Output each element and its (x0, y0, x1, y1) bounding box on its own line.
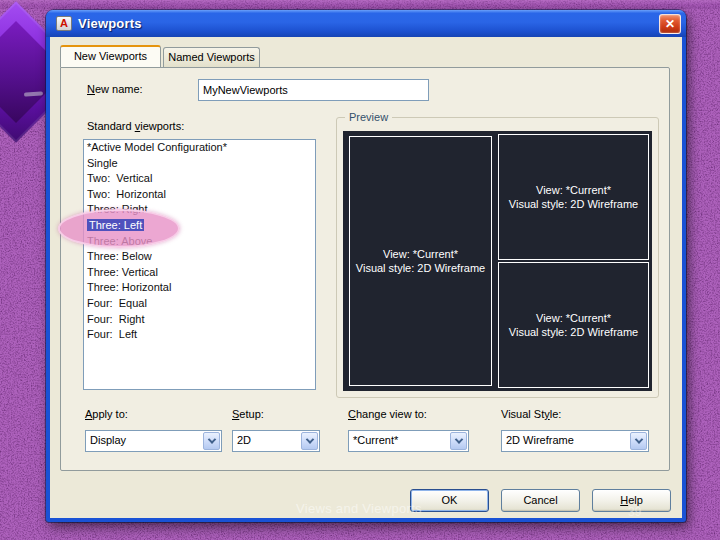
preview-pane-view: View: *Current* (536, 311, 611, 325)
new-name-label: New name: (87, 83, 143, 95)
standard-viewports-label: Standard viewports: (87, 120, 184, 132)
preview-pane-style: Visual style: 2D Wireframe (509, 197, 638, 211)
autocad-icon: A (56, 16, 72, 31)
preview-pane-view: View: *Current* (536, 183, 611, 197)
preview-canvas: View: *Current* Visual style: 2D Wirefra… (343, 131, 652, 391)
change-view-value: *Current* (353, 434, 398, 446)
slide-top-band (0, 0, 720, 9)
list-item[interactable]: Three: Horizontal (84, 280, 315, 296)
preview-pane-view: View: *Current* (383, 247, 458, 261)
list-item[interactable]: Three: Above (84, 234, 315, 250)
tab-named-viewports[interactable]: Named Viewports (163, 47, 260, 67)
slide-background: A Viewports ✕ New name: Standard viewpor… (0, 0, 720, 540)
new-name-input[interactable] (198, 79, 429, 101)
preview-group: Preview View: *Current* Visual style: 2D… (336, 117, 659, 398)
change-view-select[interactable]: *Current* (348, 430, 469, 452)
setup-label: Setup: (232, 408, 264, 420)
list-item[interactable]: *Active Model Configuration* (84, 140, 315, 156)
apply-to-dropdown-button[interactable] (203, 432, 220, 450)
standard-viewports-list[interactable]: *Active Model Configuration*SingleTwo: V… (83, 139, 316, 390)
list-item[interactable]: Three: Below (84, 249, 315, 265)
list-item[interactable]: Three: Left (84, 218, 315, 234)
setup-select[interactable]: 2D (232, 430, 320, 452)
visual-style-dropdown-button[interactable] (630, 432, 647, 450)
change-view-label: Change view to: (348, 408, 427, 420)
apply-to-label: Apply to: (85, 408, 128, 420)
list-item[interactable]: Single (84, 156, 315, 172)
list-item[interactable]: Three: Vertical (84, 265, 315, 281)
slide-footer-text: Views and Viewports (296, 501, 422, 516)
visual-style-label: Visual Style: (501, 408, 561, 420)
list-item[interactable]: Two: Horizontal (84, 187, 315, 203)
list-item[interactable]: Four: Equal (84, 296, 315, 312)
preview-pane-left[interactable]: View: *Current* Visual style: 2D Wirefra… (349, 136, 492, 386)
dialog-title: Viewports (78, 16, 142, 31)
list-item[interactable]: Three: Right (84, 202, 315, 218)
dialog-titlebar[interactable]: A Viewports ✕ (46, 10, 686, 37)
apply-to-value: Display (90, 434, 126, 446)
list-item[interactable]: Four: Right (84, 312, 315, 328)
preview-pane-style: Visual style: 2D Wireframe (509, 325, 638, 339)
preview-pane-right-top[interactable]: View: *Current* Visual style: 2D Wirefra… (498, 134, 649, 260)
slide-page-number: 39 (628, 505, 641, 519)
cancel-button[interactable]: Cancel (501, 489, 580, 512)
preview-group-label: Preview (345, 111, 392, 123)
tab-panel: New name: Standard viewports: *Active Mo… (60, 67, 670, 471)
setup-dropdown-button[interactable] (301, 432, 318, 450)
dialog-client-area: New name: Standard viewports: *Active Mo… (50, 37, 682, 518)
tab-new-viewports[interactable]: New Viewports (60, 45, 161, 67)
chevron-down-icon (305, 435, 313, 443)
visual-style-value: 2D Wireframe (506, 434, 574, 446)
chevron-down-icon (634, 435, 642, 443)
close-button[interactable]: ✕ (659, 14, 681, 34)
preview-pane-right-bottom[interactable]: View: *Current* Visual style: 2D Wirefra… (498, 262, 649, 388)
visual-style-select[interactable]: 2D Wireframe (501, 430, 649, 452)
chevron-down-icon (207, 435, 215, 443)
list-item[interactable]: Two: Vertical (84, 171, 315, 187)
apply-to-select[interactable]: Display (85, 430, 222, 452)
setup-value: 2D (237, 434, 251, 446)
list-item[interactable]: Four: Left (84, 327, 315, 343)
change-view-dropdown-button[interactable] (450, 432, 467, 450)
preview-pane-style: Visual style: 2D Wireframe (356, 261, 485, 275)
chevron-down-icon (454, 435, 462, 443)
close-icon: ✕ (665, 17, 675, 31)
viewports-dialog: A Viewports ✕ New name: Standard viewpor… (46, 10, 686, 522)
